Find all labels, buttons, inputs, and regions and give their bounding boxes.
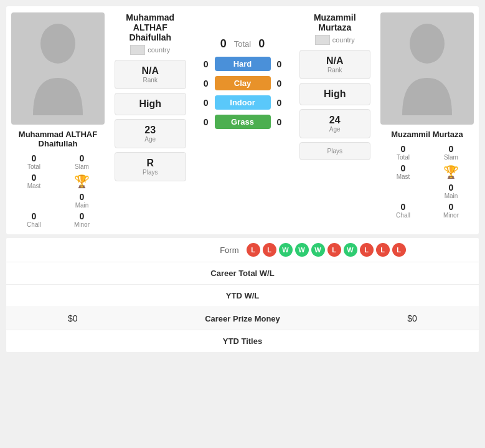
left-total-value: 0 (32, 153, 37, 163)
hard-button[interactable]: Hard (215, 57, 271, 71)
right-plays-box: Plays (299, 142, 371, 160)
form-badge-9: L (376, 243, 390, 257)
left-player-stats-grid: 0 Total 0 Slam 0 Mast 🏆 0 (11, 153, 105, 228)
left-chall-stat: 0 Chall (11, 211, 57, 228)
left-country-flag: country (130, 45, 170, 55)
left-player-avatar (11, 12, 105, 125)
left-total-stat: 0 Total (11, 153, 57, 170)
right-main-spacer (380, 183, 426, 199)
svg-point-0 (40, 24, 75, 64)
left-total-label: Total (27, 163, 40, 170)
center-column: 0 Total 0 0 Hard 0 0 Clay 0 (191, 6, 294, 234)
left-age-value: 23 (120, 125, 181, 136)
ytd-titles-label: YTD Titles (223, 336, 262, 346)
right-mast-value: 0 (401, 163, 406, 173)
center-total-label: Total (234, 39, 251, 49)
left-chall-label: Chall (27, 221, 41, 228)
right-total-value: 0 (401, 144, 406, 154)
left-main-value: 0 (80, 192, 85, 202)
left-plays-label: Plays (120, 169, 181, 176)
grass-right-num: 0 (277, 117, 290, 127)
left-prize: $0 (16, 313, 129, 323)
form-badge-8: L (360, 243, 374, 257)
left-middle-name-text: Muhammad ALTHAF Dhaifullah (115, 12, 186, 42)
ytd-titles-row: YTD Titles (6, 330, 479, 352)
right-mast-label: Mast (397, 173, 410, 180)
right-rank-value: N/A (305, 55, 365, 67)
form-badge-10: L (392, 243, 406, 257)
form-label: Form (16, 245, 239, 255)
left-plays-value: R (120, 158, 181, 169)
center-total-left: 0 (220, 37, 227, 50)
right-middle-name: Muzammil Murtaza (299, 12, 371, 32)
clay-button[interactable]: Clay (215, 76, 271, 90)
left-age-box: 23 Age (115, 119, 186, 148)
left-chall-value: 0 (32, 211, 37, 221)
clay-left-num: 0 (196, 79, 209, 88)
left-country-text: country (148, 46, 170, 54)
trophy-icon: 🏆 (74, 174, 90, 189)
career-total-label: Career Total W/L (210, 269, 274, 278)
svg-point-1 (410, 24, 445, 64)
left-plays-box: R Plays (115, 152, 186, 181)
grass-button[interactable]: Grass (215, 115, 271, 129)
left-main-label: Main (75, 202, 89, 209)
right-slam-label: Slam (444, 154, 458, 161)
right-plays-label: Plays (305, 148, 365, 155)
right-country-text: country (332, 36, 355, 44)
right-player-avatar (380, 12, 474, 125)
right-minor-stat: 0 Minor (428, 202, 474, 219)
indoor-left-num: 0 (196, 98, 209, 108)
right-minor-value: 0 (449, 202, 454, 212)
left-rank-label: Rank (120, 77, 181, 83)
form-badge-7: W (344, 243, 357, 257)
surface-rows: 0 Hard 0 0 Clay 0 0 Indoor 0 (196, 57, 290, 129)
hard-right-num: 0 (277, 59, 290, 69)
top-section: Muhammad ALTHAF Dhaifullah 0 Total 0 Sla… (6, 6, 479, 234)
ytd-wl-row: YTD W/L (6, 284, 479, 307)
right-high-value: High (305, 88, 365, 100)
form-badges: L L W W W L W L L L (247, 243, 469, 257)
form-badge-1: L (247, 243, 260, 257)
left-high-value: High (120, 98, 181, 110)
indoor-button[interactable]: Indoor (215, 95, 271, 110)
ytd-wl-label: YTD W/L (226, 291, 259, 300)
right-age-value: 24 (305, 115, 365, 126)
right-age-label: Age (305, 126, 365, 133)
grass-left-num: 0 (196, 117, 209, 127)
right-main-label: Main (445, 193, 458, 199)
right-age-box: 24 Age (299, 109, 371, 138)
left-main-stat2: 0 Main (59, 192, 105, 209)
left-slam-label: Slam (75, 163, 89, 170)
form-badge-4: W (295, 243, 309, 257)
left-middle-panel: Muhammad ALTHAF Dhaifullah country N/A R… (110, 6, 191, 234)
right-player-name: Muzammil Murtaza (391, 130, 463, 139)
right-rank-label: Rank (305, 67, 365, 74)
right-player-card: Muzammil Murtaza 0 Total 0 Slam 0 Mast 🏆 (375, 6, 479, 234)
right-middle-name-text: Muzammil Murtaza (299, 12, 371, 32)
hard-left-num: 0 (196, 59, 209, 69)
right-main-value: 0 (449, 183, 454, 193)
left-age-label: Age (120, 136, 181, 143)
left-mast-value: 0 (32, 173, 37, 183)
prize-label: Career Prize Money (129, 314, 356, 323)
left-mast-label: Mast (27, 183, 41, 189)
right-prize: $0 (356, 313, 469, 323)
left-high-box: High (115, 93, 186, 115)
total-row: 0 Total 0 (220, 37, 265, 50)
left-minor-stat: 0 Minor (59, 211, 105, 228)
left-slam-stat: 0 Slam (59, 153, 105, 170)
right-country-img (315, 35, 330, 45)
left-slam-value: 0 (80, 153, 85, 163)
left-main-stat (11, 192, 57, 209)
left-minor-label: Minor (74, 221, 90, 228)
career-total-row: Career Total W/L (6, 262, 479, 284)
right-rank-box: N/A Rank (299, 50, 371, 79)
prize-row: $0 Career Prize Money $0 (6, 307, 479, 330)
right-slam-value: 0 (449, 144, 454, 154)
form-badge-6: L (327, 243, 341, 257)
center-total-right: 0 (258, 37, 265, 50)
right-chall-value: 0 (401, 202, 406, 212)
right-middle-panel: Muzammil Murtaza country N/A Rank High 2… (294, 6, 376, 234)
main-container: Muhammad ALTHAF Dhaifullah 0 Total 0 Sla… (0, 0, 485, 361)
